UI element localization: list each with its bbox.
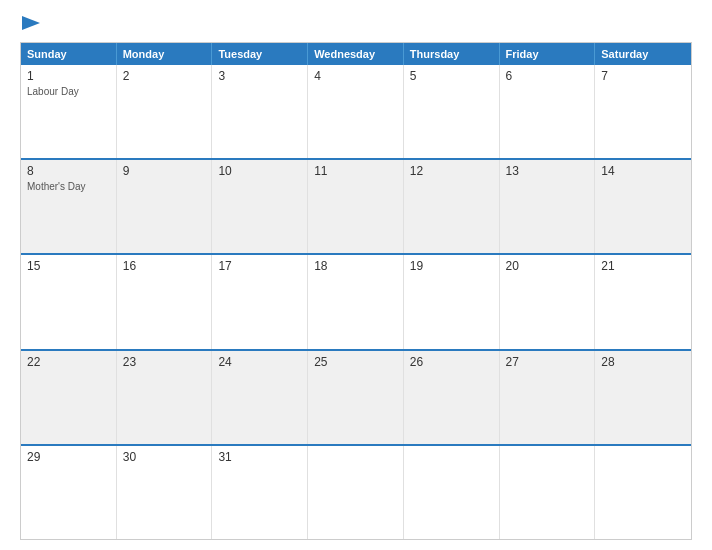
table-row: 17 [212, 255, 308, 348]
calendar-week-4: 22232425262728 [21, 349, 691, 444]
day-number: 18 [314, 259, 397, 273]
table-row: 28 [595, 351, 691, 444]
header-wednesday: Wednesday [308, 43, 404, 65]
svg-marker-0 [22, 16, 40, 30]
table-row: 4 [308, 65, 404, 158]
table-row: 8Mother's Day [21, 160, 117, 253]
day-number: 11 [314, 164, 397, 178]
header-sunday: Sunday [21, 43, 117, 65]
table-row: 30 [117, 446, 213, 539]
table-row [595, 446, 691, 539]
table-row: 16 [117, 255, 213, 348]
table-row: 5 [404, 65, 500, 158]
day-number: 21 [601, 259, 685, 273]
table-row: 21 [595, 255, 691, 348]
day-number: 27 [506, 355, 589, 369]
table-row: 12 [404, 160, 500, 253]
header-monday: Monday [117, 43, 213, 65]
day-number: 23 [123, 355, 206, 369]
table-row: 29 [21, 446, 117, 539]
day-number: 10 [218, 164, 301, 178]
calendar-week-5: 293031 [21, 444, 691, 539]
table-row [404, 446, 500, 539]
table-row: 22 [21, 351, 117, 444]
day-number: 30 [123, 450, 206, 464]
day-number: 19 [410, 259, 493, 273]
day-number: 7 [601, 69, 685, 83]
table-row: 24 [212, 351, 308, 444]
day-number: 17 [218, 259, 301, 273]
day-number: 28 [601, 355, 685, 369]
table-row [500, 446, 596, 539]
day-number: 5 [410, 69, 493, 83]
table-row: 14 [595, 160, 691, 253]
day-number: 31 [218, 450, 301, 464]
logo-flag-icon [22, 16, 40, 30]
day-number: 16 [123, 259, 206, 273]
table-row: 7 [595, 65, 691, 158]
day-number: 15 [27, 259, 110, 273]
day-number: 1 [27, 69, 110, 83]
day-number: 24 [218, 355, 301, 369]
day-number: 6 [506, 69, 589, 83]
table-row: 13 [500, 160, 596, 253]
day-number: 25 [314, 355, 397, 369]
day-event: Labour Day [27, 85, 110, 98]
table-row: 27 [500, 351, 596, 444]
table-row: 31 [212, 446, 308, 539]
calendar-header: Sunday Monday Tuesday Wednesday Thursday… [21, 43, 691, 65]
calendar-week-3: 15161718192021 [21, 253, 691, 348]
page-header [20, 16, 692, 30]
day-number: 8 [27, 164, 110, 178]
table-row: 19 [404, 255, 500, 348]
logo [20, 16, 40, 30]
day-number: 26 [410, 355, 493, 369]
day-number: 13 [506, 164, 589, 178]
table-row: 9 [117, 160, 213, 253]
table-row: 18 [308, 255, 404, 348]
day-number: 20 [506, 259, 589, 273]
day-number: 29 [27, 450, 110, 464]
calendar-page: Sunday Monday Tuesday Wednesday Thursday… [0, 0, 712, 550]
day-number: 14 [601, 164, 685, 178]
day-number: 4 [314, 69, 397, 83]
header-tuesday: Tuesday [212, 43, 308, 65]
day-number: 22 [27, 355, 110, 369]
table-row: 1Labour Day [21, 65, 117, 158]
calendar-week-1: 1Labour Day234567 [21, 65, 691, 158]
table-row: 2 [117, 65, 213, 158]
table-row: 10 [212, 160, 308, 253]
day-number: 2 [123, 69, 206, 83]
header-thursday: Thursday [404, 43, 500, 65]
table-row [308, 446, 404, 539]
table-row: 3 [212, 65, 308, 158]
table-row: 25 [308, 351, 404, 444]
table-row: 11 [308, 160, 404, 253]
table-row: 15 [21, 255, 117, 348]
table-row: 20 [500, 255, 596, 348]
calendar: Sunday Monday Tuesday Wednesday Thursday… [20, 42, 692, 540]
day-number: 9 [123, 164, 206, 178]
day-event: Mother's Day [27, 180, 110, 193]
table-row: 26 [404, 351, 500, 444]
day-number: 12 [410, 164, 493, 178]
table-row: 23 [117, 351, 213, 444]
calendar-body: 1Labour Day2345678Mother's Day9101112131… [21, 65, 691, 539]
header-friday: Friday [500, 43, 596, 65]
table-row: 6 [500, 65, 596, 158]
header-saturday: Saturday [595, 43, 691, 65]
day-number: 3 [218, 69, 301, 83]
calendar-week-2: 8Mother's Day91011121314 [21, 158, 691, 253]
